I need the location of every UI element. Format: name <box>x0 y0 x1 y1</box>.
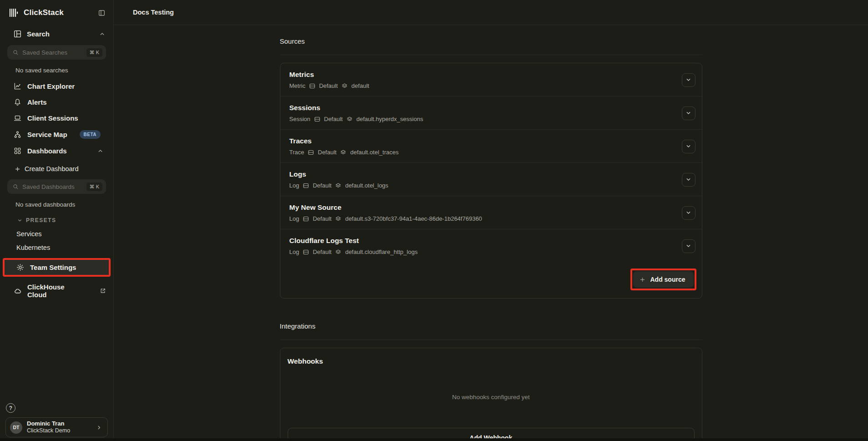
sidebar-spacer <box>0 303 113 403</box>
source-connection: Default <box>313 215 331 222</box>
source-row-logs: Logs Log Default default.otel_logs <box>280 162 702 196</box>
source-name: Traces <box>289 137 399 145</box>
user-menu[interactable]: DT Dominic Tran ClickStack Demo <box>5 417 108 437</box>
database-icon <box>308 149 314 156</box>
source-kind: Trace <box>289 149 305 156</box>
logo-row: ClickStack <box>0 0 113 25</box>
saved-searches-input[interactable]: Saved Searches ⌘ K <box>7 45 106 60</box>
page-title: Docs Testing <box>133 9 174 16</box>
expand-source-button[interactable] <box>682 239 695 253</box>
app-title: ClickStack <box>24 8 93 17</box>
magnifier-icon <box>13 50 19 56</box>
sidebar-item-dashboards[interactable]: Dashboards <box>0 143 113 159</box>
webhooks-title: Webhooks <box>288 357 695 365</box>
external-link-icon <box>100 288 106 294</box>
source-kind: Metric <box>289 82 305 89</box>
chevron-right-icon <box>96 425 102 431</box>
preset-item-kubernetes[interactable]: Kubernetes <box>0 241 113 254</box>
collapse-sidebar-icon[interactable] <box>97 9 106 17</box>
no-saved-searches-text: No saved searches <box>0 61 113 78</box>
presets-toggle[interactable]: PRESETS <box>0 213 113 227</box>
webhooks-empty-message: No webhooks configured yet <box>288 394 695 400</box>
client-sessions-label: Client Sessions <box>27 114 78 122</box>
sidebar-item-client-sessions[interactable]: Client Sessions <box>0 110 113 126</box>
shortcut-badge: ⌘ K <box>86 182 102 191</box>
laptop-icon <box>14 114 21 122</box>
plus-icon <box>15 166 20 172</box>
source-row-cloudflare-logs-test: Cloudflare Logs Test Log Default default… <box>280 229 702 262</box>
clickhouse-cloud-label: ClickHouse Cloud <box>27 283 81 299</box>
source-row-traces: Traces Trace Default default.otel_traces <box>280 129 702 162</box>
source-row-sessions: Sessions Session Default default.hyperdx… <box>280 96 702 129</box>
sidebar-item-search[interactable]: Search <box>0 25 113 42</box>
expand-source-button[interactable] <box>682 73 695 87</box>
preset-item-services[interactable]: Services <box>0 227 113 241</box>
main-area: Docs Testing Sources Metrics Metric Defa… <box>114 0 868 441</box>
source-table: default.otel_traces <box>350 149 398 156</box>
dashboards-label: Dashboards <box>27 147 67 155</box>
sidebar-item-alerts[interactable]: Alerts <box>0 94 113 110</box>
create-dashboard-button[interactable]: Create Dashboard <box>0 161 113 177</box>
expand-source-button[interactable] <box>682 173 695 187</box>
source-kind: Session <box>289 116 310 122</box>
saved-searches-placeholder: Saved Searches <box>22 49 83 56</box>
team-settings-label: Team Settings <box>30 264 76 271</box>
source-connection: Default <box>318 149 336 156</box>
sidebar-item-clickhouse-cloud[interactable]: ClickHouse Cloud <box>0 278 113 303</box>
alerts-label: Alerts <box>27 98 47 106</box>
plus-icon <box>640 277 645 283</box>
team-settings-annotation-box: Team Settings <box>3 258 111 277</box>
sidebar-item-chart-explorer[interactable]: Chart Explorer <box>0 78 113 94</box>
add-source-label: Add source <box>650 276 685 283</box>
clickstack-logo-icon <box>8 7 19 18</box>
database-icon <box>309 83 315 89</box>
service-map-label: Service Map <box>27 131 67 138</box>
source-table: default.hyperdx_sessions <box>356 116 423 122</box>
source-name: Metrics <box>289 71 370 79</box>
gear-icon <box>16 264 24 271</box>
source-kind: Log <box>289 248 299 255</box>
user-meta: Dominic Tran ClickStack Demo <box>27 420 91 435</box>
beta-badge: BETA <box>80 130 101 139</box>
chevron-up-icon[interactable] <box>97 148 103 154</box>
service-map-icon <box>14 131 21 138</box>
create-dashboard-label: Create Dashboard <box>25 165 79 172</box>
user-name: Dominic Tran <box>27 420 91 427</box>
expand-source-button[interactable] <box>682 106 695 120</box>
sidebar-item-service-map[interactable]: Service Map BETA <box>0 126 113 143</box>
source-table: default <box>351 82 369 89</box>
source-name: My New Source <box>289 203 482 212</box>
source-table: default.cloudflare_http_logs <box>345 248 417 255</box>
webhooks-card: Webhooks No webhooks configured yet Add … <box>280 348 702 441</box>
magnifier-icon <box>13 184 19 190</box>
sources-card: Metrics Metric Default default <box>280 63 702 299</box>
database-icon <box>303 216 309 222</box>
chevron-up-icon[interactable] <box>99 31 105 37</box>
sidebar-item-team-settings[interactable]: Team Settings <box>5 260 109 275</box>
database-icon <box>303 249 309 255</box>
source-connection: Default <box>313 248 331 255</box>
content-scroll-area[interactable]: Sources Metrics Metric Default default <box>114 25 868 441</box>
layers-icon <box>346 116 353 122</box>
sources-section-title: Sources <box>280 37 702 55</box>
bell-icon <box>14 98 21 106</box>
source-kind: Log <box>289 182 299 189</box>
layers-icon <box>335 249 341 255</box>
cloud-icon <box>14 287 21 295</box>
saved-dashboards-input[interactable]: Saved Dashboards ⌘ K <box>7 179 106 194</box>
layers-icon <box>341 83 348 89</box>
shortcut-badge: ⌘ K <box>86 48 102 57</box>
expand-source-button[interactable] <box>682 206 695 220</box>
search-section-label: Search <box>27 30 94 38</box>
source-kind: Log <box>289 215 299 222</box>
search-section-icon <box>14 30 21 38</box>
source-name: Logs <box>289 170 389 178</box>
dashboards-grid-icon <box>14 147 21 155</box>
help-icon[interactable]: ? <box>6 403 15 413</box>
expand-source-button[interactable] <box>682 140 695 153</box>
source-connection: Default <box>313 182 331 189</box>
add-source-button[interactable]: Add source <box>633 271 693 288</box>
source-table: default.otel_logs <box>345 182 388 189</box>
chart-explorer-icon <box>14 82 21 90</box>
chart-explorer-label: Chart Explorer <box>27 82 75 90</box>
